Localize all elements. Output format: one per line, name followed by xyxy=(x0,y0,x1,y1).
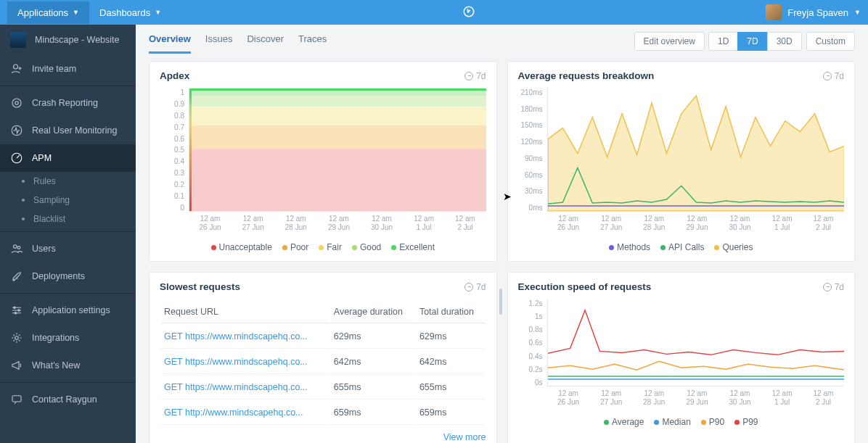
x-tick: 12 am26 Jun xyxy=(557,389,579,407)
breakdown-plot xyxy=(547,88,845,212)
x-tick: 12 am26 Jun xyxy=(557,215,579,232)
content-area: Overview Issues Discover Traces Edit ove… xyxy=(136,25,868,443)
sub-label: Sampling xyxy=(33,195,70,205)
sidebar-rum[interactable]: Real User Monitoring xyxy=(0,117,136,144)
view-more-link[interactable]: View more xyxy=(160,432,486,442)
tab-discover[interactable]: Discover xyxy=(247,29,284,54)
nav-dashboards-label: Dashboards xyxy=(99,7,150,18)
x-axis: 12 am26 Jun12 am27 Jun12 am28 Jun12 am29… xyxy=(189,215,486,232)
nav-applications[interactable]: Applications ▼ xyxy=(7,1,89,24)
col-header: Average duration xyxy=(331,301,415,323)
cell-avg: 655ms xyxy=(331,376,415,399)
svg-point-11 xyxy=(15,336,19,340)
x-tick: 12 am2 Jul xyxy=(814,389,834,407)
apdex-legend: Unacceptable Poor Fair Good Excellent xyxy=(160,242,486,252)
sidebar-integrations[interactable]: Integrations xyxy=(0,324,136,352)
clock-icon xyxy=(823,72,832,80)
request-link[interactable]: GET https://www.mindscapehq.co... xyxy=(164,331,308,341)
svg-point-1 xyxy=(14,65,18,69)
nav-dashboards[interactable]: Dashboards ▼ xyxy=(89,1,171,24)
sidebar-users[interactable]: Users xyxy=(0,235,136,262)
table-row[interactable]: GET https://www.mindscapehq.co...655ms65… xyxy=(161,376,485,399)
table-row[interactable]: GET https://www.mindscapehq.co...642ms64… xyxy=(161,350,485,374)
speed-plot xyxy=(547,299,845,386)
sidebar: Mindscape - Website Invite team Crash Re… xyxy=(0,25,136,443)
range-custom[interactable]: Custom xyxy=(806,32,855,51)
y-axis: 1.2s1s0.8s0.6s0.4s0.2s0s xyxy=(518,299,547,386)
x-tick: 12 am30 Jun xyxy=(729,389,751,407)
edit-overview-button[interactable]: Edit overview xyxy=(634,32,705,51)
x-axis: 12 am26 Jun12 am27 Jun12 am28 Jun12 am29… xyxy=(547,215,845,232)
panel-breakdown: Average requests breakdown 7d 210ms180ms… xyxy=(507,61,856,262)
sidebar-deployments[interactable]: Deployments xyxy=(0,262,136,290)
panel-range: 7d xyxy=(464,71,486,81)
tab-traces[interactable]: Traces xyxy=(298,29,327,54)
cell-avg: 629ms xyxy=(331,325,415,349)
sidebar-contact[interactable]: Contact Raygun xyxy=(0,386,136,413)
sidebar-label: Application settings xyxy=(32,305,110,315)
range-1d[interactable]: 1D xyxy=(708,32,738,51)
col-header: Total duration xyxy=(417,301,485,323)
tab-issues[interactable]: Issues xyxy=(205,29,233,54)
sidebar-label: Deployments xyxy=(32,271,85,281)
x-tick: 12 am27 Jun xyxy=(600,389,622,407)
table-row[interactable]: GET https://www.mindscapehq.co...629ms62… xyxy=(161,325,485,349)
sidebar-invite[interactable]: Invite team xyxy=(0,55,136,83)
sidebar-sub-sampling[interactable]: Sampling xyxy=(0,191,136,210)
sidebar-label: Crash Reporting xyxy=(32,98,98,108)
chevron-down-icon: ▼ xyxy=(854,9,861,16)
svg-point-2 xyxy=(12,99,21,107)
chevron-down-icon: ▼ xyxy=(73,9,79,16)
request-link[interactable]: GET https://www.mindscapehq.co... xyxy=(164,357,308,367)
sidebar-sub-blacklist[interactable]: Blacklist xyxy=(0,210,136,228)
gauge-icon xyxy=(10,152,23,165)
svg-point-9 xyxy=(18,310,20,311)
megaphone-icon xyxy=(10,359,23,372)
scrollbar[interactable] xyxy=(499,289,502,315)
user-name-label: Freyja Spaven xyxy=(787,7,848,18)
cell-avg: 642ms xyxy=(331,350,415,374)
cell-total: 629ms xyxy=(417,325,485,349)
panel-apdex: Apdex 7d 10.90.80.70.60.50.40.30.20.10 xyxy=(149,61,497,262)
target-icon xyxy=(10,96,23,109)
range-7d[interactable]: 7D xyxy=(737,32,767,51)
y-axis: 210ms180ms150ms120ms90ms60ms30ms0ms xyxy=(518,88,547,212)
avatar xyxy=(766,4,782,20)
request-link[interactable]: GET http://www.mindscapehq.co... xyxy=(164,407,303,418)
chat-icon xyxy=(10,393,23,406)
sidebar-app[interactable]: Mindscape - Website xyxy=(0,25,136,55)
sidebar-sub-rules[interactable]: Rules xyxy=(0,172,136,191)
panel-range: 7d xyxy=(823,71,844,81)
sidebar-crash[interactable]: Crash Reporting xyxy=(0,89,136,117)
sidebar-label: Contact Raygun xyxy=(32,394,97,405)
x-tick: 12 am27 Jun xyxy=(242,215,264,232)
user-menu[interactable]: Freyja Spaven ▼ xyxy=(766,4,861,20)
request-link[interactable]: GET https://www.mindscapehq.co... xyxy=(164,382,308,392)
sidebar-settings[interactable]: Application settings xyxy=(0,297,136,324)
x-tick: 12 am1 Jul xyxy=(772,215,793,232)
clock-icon xyxy=(464,283,473,291)
cell-total: 655ms xyxy=(417,376,485,399)
speed-legend: Average Median P90 P99 xyxy=(518,417,845,427)
x-tick: 12 am1 Jul xyxy=(414,215,434,232)
clock-icon xyxy=(823,283,832,291)
panel-title: Apdex xyxy=(160,70,189,81)
sub-label: Blacklist xyxy=(33,214,65,224)
table-row[interactable]: GET http://www.mindscapehq.co...659ms659… xyxy=(161,401,485,425)
tab-overview[interactable]: Overview xyxy=(149,29,191,54)
sidebar-label: APM xyxy=(32,153,52,163)
sidebar-apm[interactable]: APM xyxy=(0,144,136,172)
svg-point-10 xyxy=(15,312,16,314)
rocket-icon xyxy=(10,270,23,283)
breakdown-legend: Methods API Calls Queries xyxy=(518,242,845,252)
svg-point-8 xyxy=(14,307,15,308)
sidebar-whatsnew[interactable]: What's New xyxy=(0,352,136,379)
clock-icon xyxy=(464,72,473,80)
cell-total: 642ms xyxy=(417,350,485,374)
sidebar-label: Users xyxy=(32,244,56,254)
nav-applications-label: Applications xyxy=(17,7,68,18)
col-header: Request URL xyxy=(161,301,329,323)
range-30d[interactable]: 30D xyxy=(767,32,802,51)
svg-point-3 xyxy=(15,102,19,105)
x-tick: 12 am29 Jun xyxy=(686,389,708,407)
